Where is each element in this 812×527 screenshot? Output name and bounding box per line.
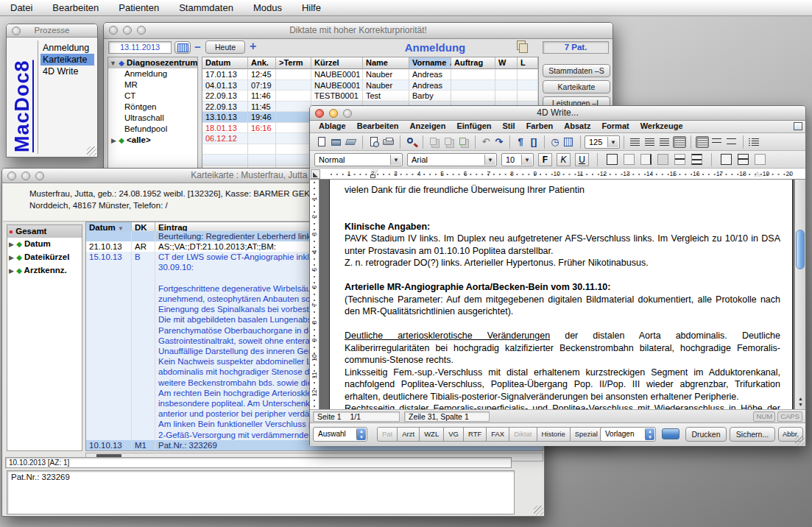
bold-button[interactable]: F	[538, 153, 552, 166]
tree-item[interactable]: Röntgen	[108, 102, 197, 113]
tree-root-diagnosezentrum[interactable]: ▼ ◆ Diagnosezentrum	[108, 57, 197, 68]
segment-button[interactable]: Historie	[537, 427, 571, 442]
column-header-auftrag[interactable]: Auftrag	[451, 57, 495, 69]
tree-item[interactable]: Anmeldung	[108, 68, 197, 79]
menu-item[interactable]: Absatz	[564, 121, 590, 132]
minimize-button[interactable]	[21, 171, 30, 180]
column-header-kuerzel[interactable]: Kürzel	[311, 57, 363, 69]
column-header-vorname[interactable]: Vorname ▲	[409, 57, 451, 69]
table-row[interactable]: 22.09.1311:46 TESTB0001TestBarby	[202, 91, 538, 102]
frame-all-icon[interactable]	[607, 154, 618, 165]
spacing-15-icon[interactable]	[710, 136, 724, 148]
menu-item[interactable]: Bearbeiten	[52, 2, 99, 13]
segment-button[interactable]: WZL	[420, 427, 444, 442]
italic-button[interactable]: K	[557, 153, 571, 166]
indent-marker-left-box[interactable]	[370, 174, 375, 178]
menu-item[interactable]: Einfügen	[456, 121, 491, 132]
undo-icon[interactable]: ↶	[480, 136, 492, 148]
close-button[interactable]	[109, 26, 118, 35]
indent-marker-right[interactable]	[755, 171, 760, 177]
align-justify-icon[interactable]	[673, 136, 686, 148]
vertical-ruler[interactable]: 123456789101112	[310, 180, 319, 409]
frame-none-icon[interactable]	[624, 154, 635, 165]
vorlagen-select[interactable]: Vorlagen▲▼	[600, 427, 656, 442]
list-icon[interactable]	[748, 136, 761, 148]
tree-item[interactable]: MR	[108, 79, 197, 91]
sidebar-item-dateikuerzel[interactable]: ▶ ◆ Dateikürzel	[7, 251, 82, 264]
align-right-icon[interactable]	[658, 136, 671, 148]
column-header-l[interactable]: L	[518, 57, 538, 69]
column-header-datum[interactable]: Datum	[202, 57, 248, 69]
tree-item[interactable]: Ultraschall	[108, 113, 197, 124]
tab-stop-selector-icon[interactable]	[311, 169, 320, 179]
minimize-button[interactable]	[329, 109, 338, 118]
horizontal-ruler[interactable]: 1234567891011121314151617181920	[310, 169, 805, 180]
stack-merge-icon[interactable]	[457, 136, 470, 148]
disclosure-triangle-icon[interactable]: ▶	[9, 241, 14, 248]
entry-date-field[interactable]: 10.10.2013 [AZ: 1]	[5, 457, 512, 468]
drucken-button[interactable]: Drucken	[685, 427, 727, 442]
pilcrow-icon[interactable]: ¶	[515, 136, 526, 148]
drawer-icon[interactable]	[662, 428, 679, 439]
segment-button[interactable]: Arzt	[398, 427, 420, 442]
segment-button[interactable]: Spezial	[571, 427, 603, 442]
previous-day-button[interactable]: −	[194, 40, 201, 53]
document-page[interactable]: vielen Dank für die freundliche Überweis…	[329, 180, 793, 409]
zoom-button[interactable]	[137, 26, 146, 35]
calendar-button[interactable]	[174, 41, 191, 54]
heute-button[interactable]: Heute	[205, 40, 245, 54]
time-icon[interactable]: ◷	[549, 136, 561, 148]
new-document-icon[interactable]	[315, 136, 328, 148]
minimize-button[interactable]	[123, 26, 132, 35]
menu-item[interactable]: Hilfe	[302, 2, 321, 13]
next-day-button[interactable]: +	[250, 40, 256, 53]
spacing-double-icon[interactable]	[725, 136, 738, 148]
chevron-down-icon[interactable]: ▼	[521, 155, 532, 165]
vertical-scrollbar[interactable]: ▲▼	[794, 180, 805, 409]
copy-pages-icon[interactable]	[516, 40, 529, 54]
underline-button[interactable]: U	[575, 153, 589, 166]
menu-item[interactable]: Stil	[503, 121, 515, 132]
menu-item[interactable]: Ablage	[319, 121, 346, 132]
frame-hline-icon[interactable]	[674, 154, 685, 165]
chevron-down-icon[interactable]: ▼	[607, 137, 618, 147]
search-replace-icon[interactable]	[405, 136, 418, 148]
sidebar-item-datum[interactable]: ▶ ◆ Datum	[7, 238, 82, 251]
stack-copy-icon[interactable]	[428, 136, 441, 148]
scrollbar-thumb[interactable]	[796, 230, 805, 269]
close-button[interactable]	[7, 171, 16, 180]
zoom-button[interactable]	[343, 109, 352, 118]
auswahl-select[interactable]: Auswahl▲▼	[313, 427, 367, 442]
karteikarte-button[interactable]: Karteikarte	[543, 80, 610, 93]
indent-marker-left[interactable]	[373, 169, 378, 174]
segment-button[interactable]: FAX	[487, 427, 509, 442]
entry-text-area[interactable]: Pat.Nr.: 323269	[7, 470, 515, 514]
table-row[interactable]: 17.01.1312:45 NAUBE0001NauberAndreas	[202, 69, 538, 80]
tree-item[interactable]: Befundpool	[108, 124, 197, 135]
menu-item[interactable]: Modus	[253, 2, 282, 13]
table-row-icon[interactable]	[738, 154, 749, 165]
table-clear-icon[interactable]	[755, 154, 766, 165]
resize-grip[interactable]	[795, 436, 805, 445]
disclosure-triangle-icon[interactable]: ▶	[9, 267, 14, 275]
frame-hlines-icon[interactable]	[691, 154, 702, 165]
column-header-w[interactable]: W	[495, 57, 518, 69]
page-preview-icon[interactable]	[367, 136, 381, 148]
resize-grip[interactable]	[87, 146, 96, 156]
segment-button[interactable]: VG	[444, 427, 464, 442]
style-select[interactable]: Normal▼	[314, 153, 403, 166]
font-select[interactable]: Arial▼	[407, 153, 497, 166]
date-icon[interactable]	[562, 136, 576, 148]
brackets-icon[interactable]: []	[528, 136, 540, 148]
column-header-ank[interactable]: Ank.	[248, 57, 276, 69]
spacing-single-icon[interactable]	[696, 136, 709, 148]
disclosure-triangle-icon[interactable]: ▶	[111, 137, 116, 144]
stack-paste-icon[interactable]	[442, 136, 456, 148]
date-input[interactable]: 13.11.2013	[108, 41, 172, 54]
print-icon[interactable]	[382, 136, 395, 148]
stammdaten-button[interactable]: Stammdaten –S	[543, 64, 610, 77]
tree-item-alle[interactable]: ▶ ◆ <alle>	[108, 135, 197, 146]
stepper-icon[interactable]: ▲▼	[356, 428, 366, 440]
menu-item[interactable]: Datei	[10, 2, 32, 13]
frame-fill-icon[interactable]	[657, 154, 668, 165]
